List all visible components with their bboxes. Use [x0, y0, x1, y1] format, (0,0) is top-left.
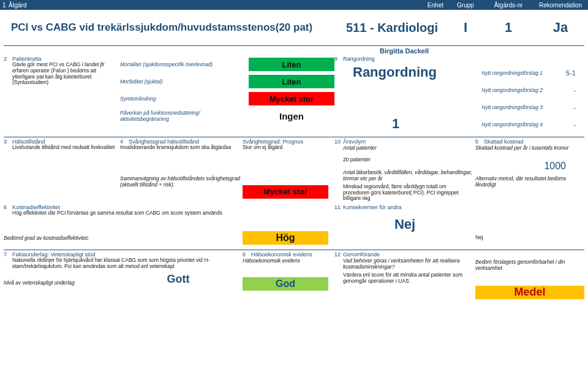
s4-agg-badge: Mycket stor — [243, 185, 328, 199]
s12-badge: Medel — [475, 286, 584, 299]
rank-row: Nytt rangordningsförslag 3- — [457, 99, 584, 116]
rank-label: Nytt rangordningsförslag 1 — [457, 70, 549, 76]
s11-num: 11 — [334, 204, 343, 210]
s4-text: Invalidiserande kranssjukdom som ska åtg… — [120, 145, 243, 151]
impact-badge: Mycket stor — [249, 92, 334, 105]
s11-lbl: Konsekvenser för andra — [343, 204, 402, 210]
rank-title: Rangordning — [334, 64, 457, 80]
rank-label: Nytt rangordningsförslag 3 — [457, 104, 549, 110]
grupp-val: I — [447, 20, 484, 36]
s5-num: 5 — [475, 139, 484, 145]
rank-val: - — [549, 86, 579, 94]
s6-grade-lbl: Bedömd grad av kostnadseffektivitet: — [4, 235, 243, 241]
s7-num: 7 — [4, 251, 12, 258]
s5-lbl: Skattad kostnad — [484, 139, 524, 145]
owner: Birgitta Dackell — [0, 46, 588, 56]
s10-num: 10 — [334, 139, 343, 145]
s4-agg-lbl: Sammanvägning av hälsotillståndets svåri… — [120, 175, 243, 188]
rank-val: - — [549, 104, 579, 111]
s6-num: 6 — [4, 204, 12, 210]
s8-lbl: Hälsoekonomisk evidens — [251, 251, 312, 258]
prog-text: Stor om ej åtgärd — [243, 145, 334, 151]
s12-lbl: Genomförande — [343, 251, 380, 258]
s10-pat: 20 patienter — [334, 157, 475, 163]
impact-badge: Liten — [249, 58, 334, 71]
impact-row: Mortalitet (sjukdomsspecifik överlevnad)… — [120, 56, 334, 73]
mid-grid: 3Hälsotillstånd Livshotande tillstånd me… — [0, 137, 588, 203]
atgnr-val: 1 — [484, 20, 533, 36]
rek-val: Ja — [533, 20, 588, 36]
s10-region: Minskad regionvård, färre vårddygn total… — [334, 184, 475, 202]
s8-num: 8 — [243, 251, 251, 258]
impact-label: Symtomlindring — [120, 96, 249, 102]
title-row: PCI vs CABG vid trekärlssjukdom/huvudsta… — [0, 10, 588, 45]
s2-text: Gävle gör mest PCI vs CABG i landet jfr … — [4, 62, 120, 86]
header-bar: 1 Åtgärd Enhet Grupp Åtgärds-nr Rekomend… — [0, 0, 588, 10]
s6-text: Hög effektivitet där PCI förväntas ge sa… — [4, 210, 334, 216]
rank-one: 1 — [334, 116, 457, 132]
s5-alt: Alternativ metod, där resultatet bedöms … — [475, 175, 584, 188]
s12-q: Vad behöver göras i verksamheten för att… — [334, 258, 475, 270]
s10-antal: Antal patienter — [334, 145, 475, 151]
s7-level-lbl: Nivå av vetenskapligt underlag — [4, 280, 126, 286]
s8-sub: Hälsoekonomsik evidens — [243, 258, 334, 264]
page-title: PCI vs CABG vid trekärlssjukdom/huvudsta… — [0, 21, 337, 34]
impact-row: Morbiditet (sjuktal)Liten — [120, 73, 334, 90]
s11-val: Nej — [334, 216, 475, 232]
s5-val: 1000 — [475, 161, 584, 172]
s7-level-val: Gott — [126, 273, 230, 286]
hdr-atgard: Åtgärd — [9, 2, 386, 9]
department: 511 - Kardiologi — [337, 21, 447, 35]
rank-val: - — [549, 121, 579, 128]
impact-badge: Liten — [249, 75, 334, 88]
hdr-num: 1 — [0, 2, 9, 9]
s7-text: Nationella riktlinjer för hjärtsjukvård … — [4, 258, 243, 270]
s6-grade-badge: Hög — [243, 231, 328, 245]
s3-text: Livshotande tillstånd med nedsatt livskv… — [4, 145, 120, 151]
rank-row: Nytt rangordningsförslag 2- — [457, 82, 584, 99]
sec6-row: 6Kostnadseffektivitet Hög effektivitet d… — [0, 203, 588, 246]
impact-row: Påverkan på funktionsnedsättning/ aktivi… — [120, 107, 334, 124]
s12-judge: Bedöm förslagets genomförbarhet i din ve… — [475, 259, 584, 271]
s11-nej2: Nej — [475, 235, 584, 241]
s8-badge: God — [243, 277, 328, 291]
s5-sub: Skattad kostnad per år i tusentals krono… — [475, 145, 584, 151]
impact-label: Morbiditet (sjuktal) — [120, 78, 249, 85]
s12-text: Värdera enl score för att minska antal p… — [334, 272, 475, 285]
bottom-grid: 7Faktaunderlag: Vetenskapligt stöd Natio… — [0, 250, 588, 300]
s12-num: 12 — [334, 251, 343, 258]
s2-num: 2 — [4, 56, 12, 62]
s9-num: 9 — [334, 56, 343, 62]
rank-row: Nytt rangordningsförslag 4- — [457, 116, 584, 133]
s9-lbl: Rangordning — [343, 56, 375, 62]
hdr-atgnr: Åtgärds-nr — [484, 2, 533, 9]
hdr-rek: Rekomendation — [533, 2, 588, 9]
rank-val: 5-1 — [549, 69, 579, 77]
impact-label: Mortalitet (sjukdomsspecifik överlevnad) — [120, 61, 249, 67]
impact-row: SymtomlindringMycket stor — [120, 90, 334, 107]
rank-label: Nytt rangordningsförslag 2 — [457, 87, 549, 93]
hdr-enhet: Enhet — [386, 2, 447, 9]
s3-num: 3 — [4, 139, 12, 145]
s10-lbl: Årsvolym — [343, 139, 366, 145]
s10-visits: Antal läkarbesök, vårdtillfällen, vårdda… — [334, 169, 475, 182]
impact-label: Påverkan på funktionsnedsättning/ aktivi… — [120, 110, 249, 122]
upper-grid: 2Patientnytta Gävle gör mest PCI vs CABG… — [0, 56, 588, 133]
rank-row: Nytt rangordningsförslag 15-1 — [457, 64, 584, 82]
rank-label: Nytt rangordningsförslag 4 — [457, 121, 549, 128]
hdr-grupp: Grupp — [447, 2, 484, 9]
impact-badge: Ingen — [249, 109, 334, 123]
